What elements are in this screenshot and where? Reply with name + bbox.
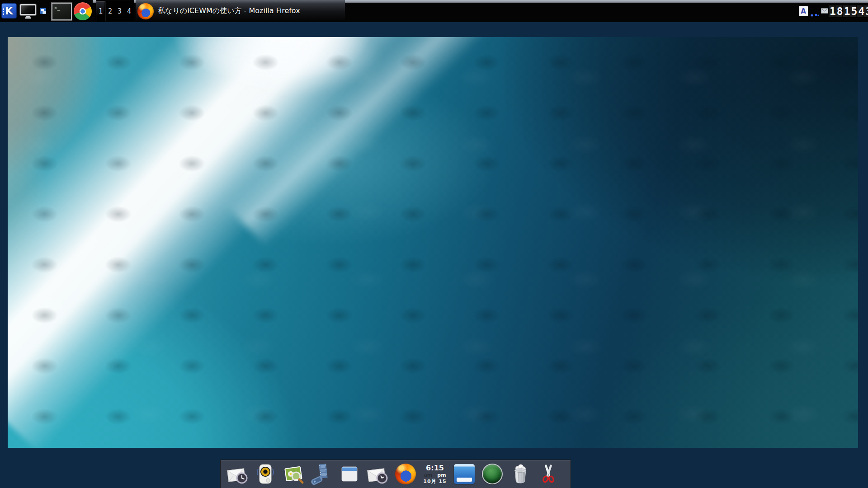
dock-mail-clock-2-button[interactable] <box>367 463 388 485</box>
dock-trash-button[interactable] <box>509 463 531 485</box>
image-viewer-icon <box>283 463 304 485</box>
start-menu-button[interactable]: K <box>1 3 17 19</box>
workspace-button-1[interactable]: 1 <box>96 1 105 21</box>
wave-foam <box>8 37 503 448</box>
desktop: K >_ 1 2 3 4 私なりのICEWMの使い方 - Mozilla Fir… <box>0 0 868 488</box>
mail-icon[interactable] <box>821 8 828 14</box>
dock-clock-date: 10月 15 <box>423 478 446 485</box>
led-clock: 181543 <box>829 5 868 17</box>
window-icon <box>339 463 360 485</box>
green-orb-icon <box>482 464 503 484</box>
dock-image-viewer-button[interactable] <box>283 463 304 485</box>
workspace-button-3[interactable]: 3 <box>115 1 124 21</box>
monitor-stand-icon <box>25 16 31 19</box>
speaker-icon <box>255 463 276 485</box>
workspace-switcher: 1 2 3 4 <box>96 1 134 21</box>
dock-cut-button[interactable] <box>538 463 559 485</box>
dock-clock-widget: 6:15 am pm 10月 15 <box>423 463 447 485</box>
terminal-icon: >_ <box>54 5 60 11</box>
workspace-button-2[interactable]: 2 <box>105 1 115 21</box>
taskbar-edge-strip <box>93 0 96 3</box>
taskbar: K >_ 1 2 3 4 私なりのICEWMの使い方 - Mozilla Fir… <box>0 0 868 22</box>
dock-clock-ampm: am pm <box>423 472 446 478</box>
mail-clock-icon <box>226 463 248 485</box>
firefox-icon <box>137 3 154 19</box>
window-list-button[interactable] <box>39 7 46 14</box>
show-desktop-button[interactable] <box>19 3 37 20</box>
trash-icon <box>510 463 531 485</box>
dock-clock-month: 10月 <box>423 479 436 484</box>
desktop-wallpaper <box>8 37 858 448</box>
dock-desktop-button[interactable] <box>453 463 475 485</box>
terminal-launcher-button[interactable]: >_ <box>52 3 72 20</box>
dock-clock-pm: pm <box>437 472 446 478</box>
dock-clock-day: 15 <box>439 479 446 484</box>
dock-firefox-button[interactable] <box>395 463 416 485</box>
task-window-title: 私なりのICEWMの使い方 - Mozilla Firefox <box>158 6 300 16</box>
dock-clock-time: 6:15 <box>423 464 446 472</box>
taskbar-edge-strip <box>345 0 868 3</box>
chrome-icon <box>74 2 92 20</box>
workspace-button-4[interactable]: 4 <box>124 1 134 21</box>
firefox-task-button[interactable]: 私なりのICEWMの使い方 - Mozilla Firefox <box>136 0 345 22</box>
scissors-icon <box>538 463 558 485</box>
dock-clock-am: am <box>424 472 432 478</box>
dock: 6:15 am pm 10月 15 <box>220 460 571 488</box>
dock-window-button[interactable] <box>339 463 360 485</box>
dock-video-player-button[interactable] <box>311 463 332 485</box>
mail-clock-icon <box>367 463 388 485</box>
kde-gear-icon <box>3 8 7 15</box>
dock-orb-button[interactable] <box>481 463 503 485</box>
film-roll-icon <box>311 463 332 485</box>
monitor-icon <box>20 4 36 15</box>
chrome-launcher-button[interactable] <box>74 2 92 20</box>
dock-speaker-button[interactable] <box>255 463 276 485</box>
firefox-icon <box>395 464 416 484</box>
blue-screen-icon <box>454 464 475 484</box>
network-monitor-icon[interactable] <box>810 5 820 17</box>
keyboard-layout-indicator[interactable]: A <box>799 6 808 16</box>
dock-mail-clock-button[interactable] <box>226 463 248 485</box>
cascade-windows-icon <box>40 8 46 14</box>
